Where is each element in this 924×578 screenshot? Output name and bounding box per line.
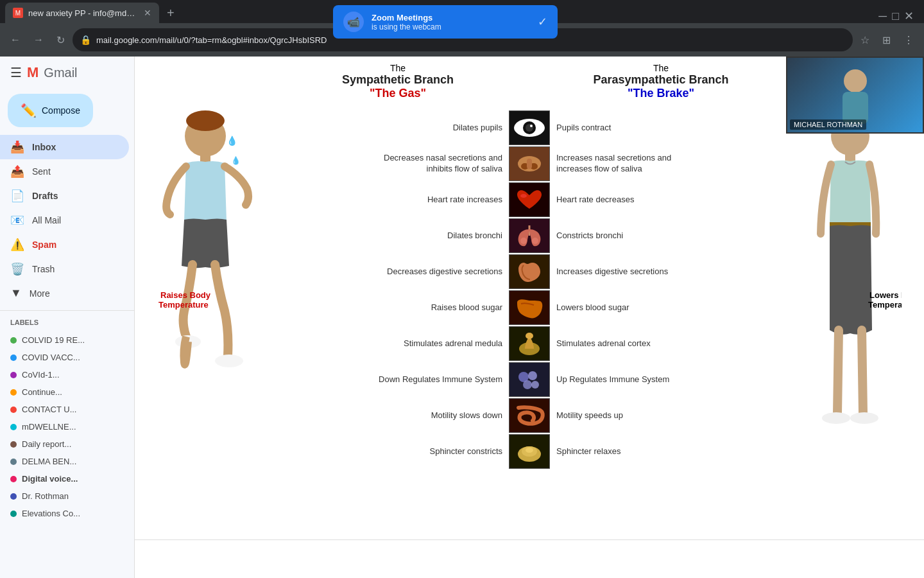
minimize-button[interactable]: ─ (878, 10, 887, 23)
label-item[interactable]: Digital voice... (0, 470, 134, 487)
zoom-notification: 📹 Zoom Meetings is using the webcam ✓ (333, 5, 558, 39)
tab-favicon: M (13, 8, 23, 18)
inbox-icon: 📥 (10, 140, 24, 154)
left-branch-title: Sympathetic Branch (289, 73, 507, 87)
extension-icon[interactable]: ⊞ (877, 31, 896, 49)
tab-close-button[interactable]: ✕ (144, 8, 151, 18)
hamburger-menu-button[interactable]: ☰ (10, 65, 22, 80)
sidebar-item-spam-label: Spam (32, 240, 56, 250)
sidebar-item-trash[interactable]: 🗑️ Trash (0, 257, 129, 281)
sidebar-item-allmail[interactable]: 📧 All Mail (0, 208, 129, 232)
svg-text:Temperature: Temperature (158, 300, 209, 310)
label-item[interactable]: COVID VACC... (0, 349, 134, 366)
heart-svg (512, 186, 547, 214)
label-dot (10, 476, 17, 482)
label-dot (10, 493, 17, 500)
label-text: COLVID 19 RE... (22, 335, 85, 345)
more-options-icon[interactable]: ⋮ (898, 31, 919, 49)
label-item[interactable]: DELMA BEN... (0, 453, 134, 470)
svg-point-25 (528, 371, 537, 380)
bookmark-star-icon[interactable]: ☆ (855, 31, 875, 49)
svg-point-0 (844, 69, 867, 92)
label-dot (10, 441, 17, 448)
label-item[interactable]: CONTACT U... (0, 401, 134, 418)
label-item[interactable]: Daily report... (0, 435, 134, 453)
sidebar-item-drafts[interactable]: 📄 Drafts (0, 184, 129, 208)
right-text-immune: Up Regulates Immune System (550, 374, 691, 385)
label-item[interactable]: COLVID 19 RE... (0, 331, 134, 349)
video-overlay: MICHAEL ROTHMAN (786, 57, 924, 134)
label-dot (10, 355, 17, 361)
label-item[interactable]: Continue... (0, 383, 134, 401)
svg-point-30 (526, 448, 533, 453)
immune-svg (512, 365, 547, 394)
back-button[interactable]: ← (5, 29, 26, 51)
diagram-row-adrenal: Stimulates adrenal medula Stimulates adr… (276, 326, 783, 361)
active-tab[interactable]: M new anxiety PP - info@mdwelln... ✕ (5, 3, 159, 23)
reload-button[interactable]: ↻ (51, 29, 70, 51)
sidebar-item-inbox[interactable]: 📥 Inbox (0, 135, 129, 159)
sidebar-item-more-label: More (30, 288, 50, 299)
diagram-body: 💧 💧 Raises Body Temperature Di (148, 105, 911, 478)
lungs-svg (512, 222, 547, 250)
svg-point-6 (215, 355, 243, 367)
label-item[interactable]: mDWELLNE... (0, 418, 134, 435)
organ-icon-nasal (509, 146, 550, 181)
close-window-button[interactable]: ✕ (904, 9, 914, 23)
label-item[interactable]: Dr. Rothman (0, 487, 134, 505)
label-dot (10, 511, 17, 517)
label-dot (10, 389, 17, 396)
diagram-row-heart: Heart rate increases Heart rate decrease… (276, 182, 783, 217)
svg-point-19 (520, 194, 527, 198)
label-item[interactable]: Elevations Co... (0, 505, 134, 522)
left-text-adrenal: Stimulates adrenal medula (368, 338, 509, 349)
video-participant-name: MICHAEL ROTHMAN (790, 119, 866, 130)
left-text-digestive: Decreases digestive secretions (368, 267, 509, 277)
compose-button[interactable]: ✏️ Compose (8, 94, 93, 127)
liver-svg (512, 293, 547, 322)
sidebar-item-sent-label: Sent (32, 166, 51, 177)
diagram-row-nasal: Decreases nasal secretions and inhibits … (276, 146, 783, 181)
right-text-nasal: Increases nasal secretions and increases… (550, 153, 691, 175)
right-figure: Lowers Body Temperature (783, 105, 911, 478)
right-text-digestive: Increases digestive secretions (550, 267, 691, 277)
svg-point-23 (526, 333, 533, 339)
diagram-row-sphincter: Sphincter constricts Sphincter relaxes (276, 434, 783, 469)
main-layout: ☰ M Gmail ✏️ Compose 📥 Inbox 📤 Sent 📄 Dr… (0, 57, 924, 578)
maximize-button[interactable]: □ (892, 10, 899, 23)
left-text-immune: Down Regulates Immune System (368, 374, 509, 385)
sidebar-item-more[interactable]: ▼ More (0, 281, 129, 305)
organ-icon-lungs (509, 218, 550, 253)
label-text: Daily report... (22, 439, 71, 449)
label-text: DELMA BEN... (22, 457, 76, 466)
right-text-heart: Heart rate decreases (550, 195, 691, 206)
right-branch-the: The (552, 63, 770, 73)
svg-point-20 (520, 238, 527, 244)
trash-icon: 🗑️ (10, 262, 24, 276)
label-text: Continue... (22, 387, 62, 397)
sidebar-item-spam[interactable]: ⚠️ Spam (0, 232, 129, 257)
svg-point-14 (530, 125, 533, 127)
right-text-sphincter: Sphincter relaxes (550, 446, 691, 457)
left-text-motility: Motility slows down (368, 410, 509, 421)
label-text: mDWELLNE... (22, 422, 76, 432)
stomach-svg (512, 258, 547, 286)
sidebar-item-sent[interactable]: 📤 Sent (0, 159, 129, 184)
organ-icon-intestine (509, 398, 550, 433)
intestine-svg (512, 401, 547, 430)
label-dot (10, 459, 17, 465)
organ-icon-heart (509, 182, 550, 217)
allmail-icon: 📧 (10, 213, 24, 227)
drafts-icon: 📄 (10, 189, 24, 203)
label-item[interactable]: CoVId-1... (0, 366, 134, 383)
label-dot (10, 424, 17, 430)
new-tab-button[interactable]: + (162, 3, 180, 23)
label-text: Elevations Co... (22, 509, 80, 518)
left-figure-svg: 💧 💧 Raises Body Temperature (157, 105, 266, 478)
organ-icon-sphincter (509, 434, 550, 469)
zoom-notification-close-button[interactable]: ✓ (538, 15, 547, 29)
svg-point-36 (850, 412, 878, 424)
sent-icon: 📤 (10, 164, 24, 179)
right-branch-header: The Parasympathetic Branch "The Brake" (552, 63, 770, 100)
forward-button[interactable]: → (28, 29, 49, 51)
